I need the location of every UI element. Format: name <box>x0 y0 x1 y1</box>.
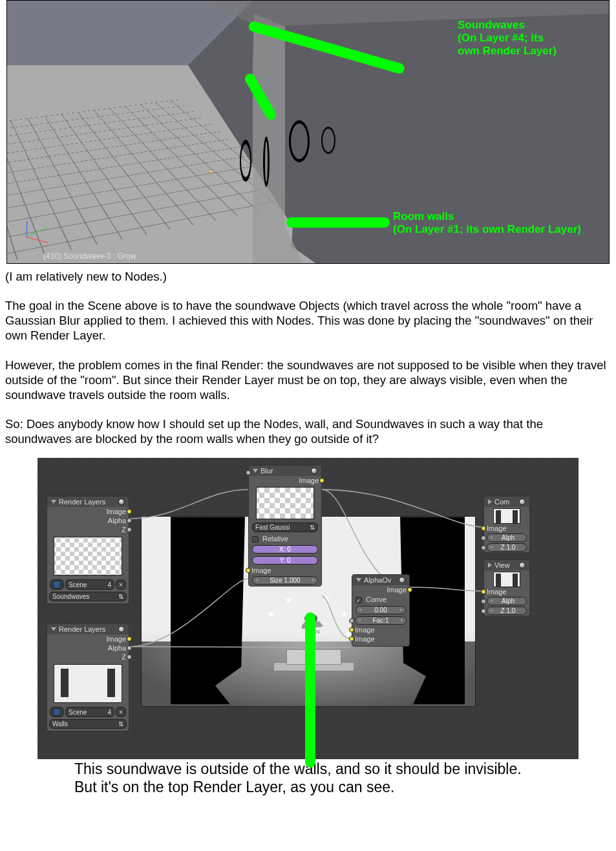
input-socket[interactable] <box>246 568 251 573</box>
convert-premul-checkbox[interactable]: Conve <box>352 594 409 605</box>
annotation-soundwaves: Soundwaves (On Layer #4; its own Render … <box>458 19 557 58</box>
socket-label: Image <box>106 508 126 515</box>
render-layers-node[interactable]: Render Layers Image Alpha Z Scene4 × Sou… <box>47 496 129 604</box>
input-socket[interactable] <box>481 535 486 541</box>
annotation-pointer <box>286 217 390 228</box>
input-socket[interactable] <box>481 545 486 550</box>
output-socket[interactable] <box>127 509 132 514</box>
paragraph: (I am relatively new to Nodes.) <box>5 269 611 284</box>
render-layers-node[interactable]: Render Layers Image Alpha Z Scene4 × Wal… <box>47 623 129 731</box>
output-socket[interactable] <box>319 478 324 483</box>
blur-y-field[interactable]: Y: 0 <box>252 556 318 565</box>
viewport-keyframe-label: (410) Soundwave-3 : Grow <box>43 252 136 261</box>
input-socket[interactable] <box>481 609 486 614</box>
soundwave-object[interactable] <box>289 120 310 162</box>
output-socket[interactable] <box>127 645 132 651</box>
soundwave-object[interactable] <box>263 136 270 187</box>
node-title: Com <box>494 498 509 506</box>
socket-label: Z <box>122 653 126 661</box>
output-socket[interactable] <box>127 654 132 660</box>
axis-z-label: z <box>23 221 26 228</box>
z-field[interactable]: ◂Z 1.0 <box>487 607 527 615</box>
relative-checkbox-row[interactable]: Relative <box>249 533 321 544</box>
soundwave-object[interactable] <box>240 140 251 182</box>
fac-field[interactable]: ◂Fac:1▸ <box>355 616 407 625</box>
paragraph: The goal in the Scene above is to have t… <box>5 298 611 343</box>
soundwave-object[interactable] <box>321 127 335 154</box>
scene-datablock-button[interactable] <box>50 707 64 717</box>
blur-node[interactable]: Blur Image Fast Gaussi⇅ Relative X: 0 Y:… <box>248 465 322 587</box>
node-title: AlphaOv <box>364 576 391 584</box>
blur-type-select[interactable]: Fast Gaussi⇅ <box>252 522 318 532</box>
node-header[interactable]: AlphaOv <box>352 575 409 585</box>
alpha-over-node[interactable]: AlphaOv Image Conve ◂0.00▸ ◂Fac:1▸ Image… <box>352 574 410 647</box>
input-socket[interactable] <box>349 627 354 632</box>
socket-label: Image <box>251 566 271 574</box>
blender-3d-viewport[interactable]: User Persp (Local) + z (410) Soundwave-3… <box>6 0 610 264</box>
node-header[interactable]: Render Layers <box>47 624 129 634</box>
node-header[interactable]: Blur <box>249 466 321 476</box>
output-socket[interactable] <box>127 527 132 532</box>
output-socket[interactable] <box>127 636 132 641</box>
composite-preview <box>493 508 520 524</box>
node-header[interactable]: Render Layers <box>47 497 129 507</box>
node-header[interactable]: Com <box>484 497 529 507</box>
input-socket[interactable] <box>481 599 486 604</box>
checkbox-icon[interactable] <box>252 536 259 543</box>
alpha-field[interactable]: ◂Alph <box>487 533 527 542</box>
checkbox-icon[interactable] <box>356 597 362 603</box>
viewer-node[interactable]: View Image ◂Alph ◂Z 1.0 <box>483 559 530 616</box>
socket-label: Image <box>487 588 507 596</box>
input-socket[interactable] <box>349 618 354 623</box>
socket-label: Alpha <box>108 517 126 524</box>
render-layer-select[interactable]: Walls⇅ <box>49 719 127 729</box>
input-socket[interactable] <box>349 636 354 641</box>
scene-grid <box>7 85 233 264</box>
collapse-triangle-icon[interactable] <box>51 627 56 631</box>
pin-button[interactable]: × <box>116 707 126 717</box>
curve-origin-marker[interactable] <box>208 169 213 175</box>
collapse-triangle-icon[interactable] <box>356 578 361 582</box>
composite-node[interactable]: Com Image ◂Alph ◂Z 1.0 <box>483 496 530 553</box>
z-field[interactable]: ◂Z 1.0 <box>487 543 527 552</box>
collapse-triangle-icon[interactable] <box>488 499 492 504</box>
checkbox-label: Relative <box>262 535 288 543</box>
blender-node-editor[interactable]: MOVIES Render Layers Image Alpha Z Sce <box>37 458 579 759</box>
annotation-pointer <box>305 612 315 768</box>
socket-label: Alpha <box>108 644 126 652</box>
scene-select[interactable]: Scene4 <box>65 707 114 717</box>
socket-label: Image <box>106 635 126 643</box>
scene-select[interactable]: Scene4 <box>65 579 114 590</box>
node-preview-sphere-icon <box>311 468 317 474</box>
pin-button[interactable]: × <box>116 579 126 590</box>
node-preview-sphere-icon <box>399 577 405 583</box>
socket-label: Image <box>387 586 407 594</box>
render-preview <box>54 664 122 703</box>
input-socket[interactable] <box>481 526 486 531</box>
annotation-roomwalls: Room walls (On Layer #1; its own Render … <box>393 210 581 236</box>
node-header[interactable]: View <box>484 560 529 570</box>
node-title: Render Layers <box>59 625 105 633</box>
output-socket[interactable] <box>127 518 132 523</box>
collapse-triangle-icon[interactable] <box>51 500 56 504</box>
scene-datablock-button[interactable] <box>50 579 64 590</box>
blur-x-field[interactable]: X: 0 <box>252 545 318 554</box>
node-title: View <box>494 561 510 569</box>
checkbox-label: Conve <box>366 596 387 603</box>
render-preview <box>54 537 122 576</box>
collapse-triangle-icon[interactable] <box>488 563 492 568</box>
socket-label: Image <box>355 626 375 634</box>
premul-field[interactable]: ◂0.00▸ <box>356 606 406 614</box>
blur-preview <box>256 487 314 519</box>
socket-label: Z <box>122 526 126 533</box>
node-preview-sphere-icon <box>118 626 125 632</box>
blur-size-field[interactable]: ◂Size 1.000▸ <box>252 576 318 585</box>
bottom-caption: This soundwave is outside of the walls, … <box>74 760 527 796</box>
render-layer-select[interactable]: Soundwaves⇅ <box>49 592 127 601</box>
input-socket[interactable] <box>481 589 486 594</box>
collapse-triangle-icon[interactable] <box>253 469 258 473</box>
alpha-field[interactable]: ◂Alph <box>487 597 527 605</box>
node-preview-sphere-icon <box>519 499 526 505</box>
question-body: (I am relatively new to Nodes.) The goal… <box>5 269 611 446</box>
paragraph: However, the problem comes in the final … <box>5 358 611 402</box>
